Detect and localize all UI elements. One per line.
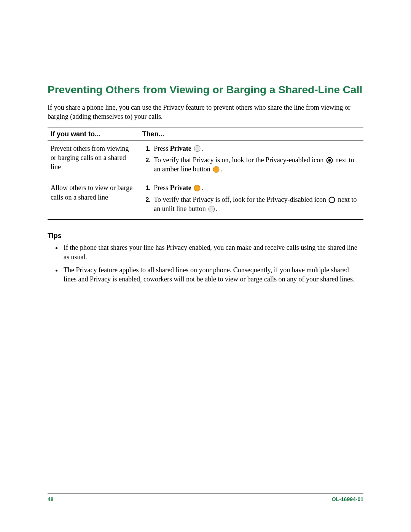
step-item: Press Private .: [152, 144, 360, 153]
svg-point-3: [213, 166, 219, 173]
tips-list: If the phone that shares your line has P…: [48, 243, 363, 284]
step-item: To verify that Privacy is on, look for t…: [152, 155, 360, 174]
instructions-table: If you want to... Then... Prevent others…: [48, 128, 363, 220]
step-item: To verify that Privacy is off, look for …: [152, 195, 360, 214]
page: Preventing Others from Viewing or Bargin…: [0, 0, 411, 532]
row-then: Press Private . To verify that Privacy i…: [139, 141, 363, 180]
step-item: Press Private .: [152, 183, 360, 192]
privacy-disabled-icon: [328, 197, 335, 203]
privacy-enabled-icon: [326, 157, 333, 164]
row-want: Allow others to view or barge calls on a…: [48, 180, 139, 220]
tips-heading: Tips: [48, 232, 363, 240]
svg-point-2: [328, 159, 331, 161]
svg-point-5: [329, 197, 335, 203]
svg-point-0: [194, 145, 200, 152]
tip-item: The Privacy feature applies to all share…: [62, 265, 363, 284]
row-want: Prevent others from viewing or barging c…: [48, 141, 139, 180]
doc-number: OL-16994-01: [332, 496, 363, 502]
row-then: Press Private . To verify that Privacy i…: [139, 180, 363, 220]
table-header-col1: If you want to...: [48, 128, 139, 141]
intro-paragraph: If you share a phone line, you can use t…: [48, 103, 363, 121]
svg-point-6: [209, 206, 215, 212]
table-row: Allow others to view or barge calls on a…: [48, 180, 363, 220]
page-number: 48: [48, 496, 54, 502]
line-button-unlit-icon: [194, 145, 201, 152]
page-footer: 48 OL-16994-01: [48, 494, 363, 502]
section-heading: Preventing Others from Viewing or Bargin…: [48, 84, 363, 96]
line-button-unlit-icon: [208, 206, 215, 212]
line-button-amber-icon: [194, 185, 201, 192]
table-header-col2: Then...: [139, 128, 363, 141]
svg-point-4: [194, 185, 200, 191]
tip-item: If the phone that shares your line has P…: [62, 243, 363, 262]
table-row: Prevent others from viewing or barging c…: [48, 141, 363, 180]
line-button-amber-icon: [213, 166, 220, 173]
